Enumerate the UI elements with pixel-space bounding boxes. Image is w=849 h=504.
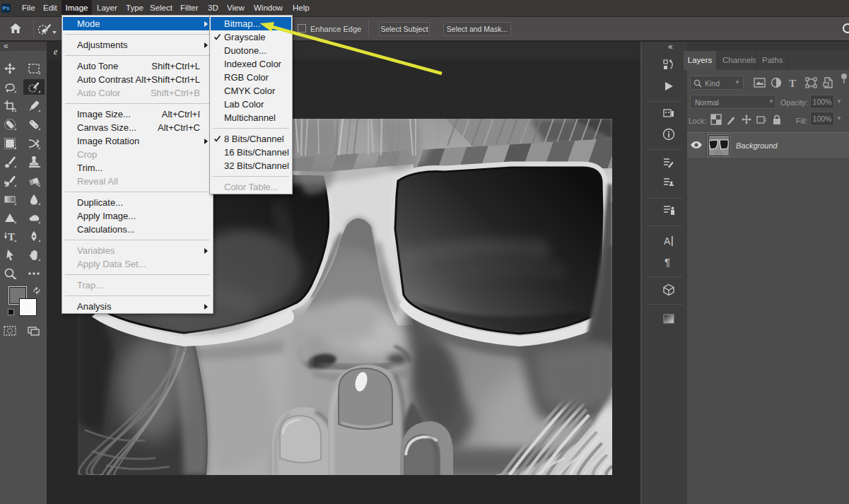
- svg-text:A: A: [664, 235, 671, 247]
- svg-text:T: T: [789, 78, 796, 89]
- svg-text:¶: ¶: [664, 256, 670, 268]
